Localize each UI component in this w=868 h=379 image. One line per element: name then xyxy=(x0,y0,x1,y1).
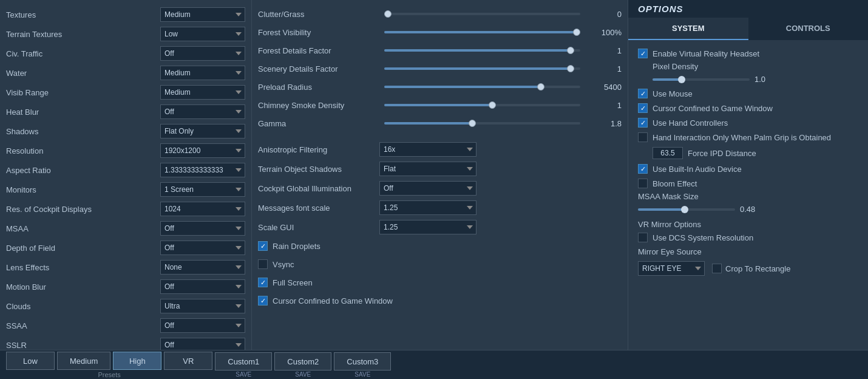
checkbox-0[interactable]: ✓ xyxy=(258,241,268,251)
setting-select-17[interactable]: Off xyxy=(160,338,245,350)
setting-select-6[interactable]: Flat Only xyxy=(160,124,245,138)
checkbox-row-0: ✓Rain Droplets xyxy=(258,237,622,255)
msaa-mask-size-label: MSAA Mask Size xyxy=(638,192,699,201)
custom2-button[interactable]: Custom2 xyxy=(274,352,331,370)
checkbox-1[interactable] xyxy=(258,259,268,269)
mirror-eye-select[interactable]: RIGHT EYE xyxy=(638,261,705,276)
use-mouse-checkbox[interactable]: ✓ xyxy=(638,89,648,98)
setting-row-0: TexturesMedium xyxy=(0,5,251,24)
slider-track-5[interactable] xyxy=(384,103,580,108)
crop-to-rectangle-checkbox[interactable] xyxy=(712,264,722,273)
slider-track-3[interactable] xyxy=(384,66,580,71)
use-dcs-resolution-row: Use DCS System Resolution xyxy=(638,230,858,245)
ipd-input[interactable] xyxy=(653,147,683,159)
dropdown-select-2[interactable]: Off xyxy=(379,181,476,196)
setting-select-3[interactable]: Medium xyxy=(160,66,245,80)
mirror-eye-row: Mirror Eye Source xyxy=(638,245,858,259)
setting-label-11: MSAA xyxy=(6,224,160,233)
setting-row-6: ShadowsFlat Only xyxy=(0,121,251,141)
setting-select-12[interactable]: Off xyxy=(160,241,245,255)
preset-low-button[interactable]: Low xyxy=(6,352,55,370)
left-panel: TexturesMediumTerrain TexturesLowCiv. Tr… xyxy=(0,0,252,350)
setting-label-14: Motion Blur xyxy=(6,282,160,292)
enable-vr-checkbox[interactable]: ✓ xyxy=(638,49,648,58)
dropdown-row-0: Anisotropic Filtering16x xyxy=(258,140,622,159)
use-builtin-audio-checkbox[interactable]: ✓ xyxy=(638,164,648,174)
setting-select-9[interactable]: 1 Screen xyxy=(160,182,245,197)
tabs-row: SYSTEM CONTROLS xyxy=(628,18,868,40)
setting-select-14[interactable]: Off xyxy=(160,279,245,294)
use-mouse-row: ✓ Use Mouse xyxy=(638,86,858,101)
custom1-save-label: SAVE xyxy=(236,371,251,378)
dropdown-select-0[interactable]: 16x xyxy=(379,142,476,157)
slider-row-5: Chimney Smoke Density1 xyxy=(258,96,622,114)
setting-select-13[interactable]: None xyxy=(160,260,245,275)
slider-label-2: Forest Details Factor xyxy=(258,46,379,55)
options-header: OPTIONS xyxy=(628,0,868,18)
setting-select-1[interactable]: Low xyxy=(160,27,245,41)
setting-label-9: Monitors xyxy=(6,185,160,194)
use-builtin-audio-check: ✓ xyxy=(640,165,646,173)
slider-track-6[interactable] xyxy=(384,121,580,126)
slider-track-4[interactable] xyxy=(384,84,580,89)
cursor-confined-checkbox[interactable]: ✓ xyxy=(638,103,648,113)
setting-select-0[interactable]: Medium xyxy=(160,7,245,22)
setting-select-16[interactable]: Off xyxy=(160,318,245,333)
setting-select-10[interactable]: 1024 xyxy=(160,202,245,216)
setting-select-15[interactable]: Ultra xyxy=(160,299,245,313)
slider-row-4: Preload Radius5400 xyxy=(258,78,622,96)
vr-mirror-options-label: VR Mirror Options xyxy=(638,220,701,229)
setting-select-7[interactable]: 1920x1200 xyxy=(160,143,245,158)
pixel-density-track[interactable] xyxy=(653,78,750,81)
slider-value-4: 5400 xyxy=(585,83,622,92)
setting-select-2[interactable]: Off xyxy=(160,46,245,61)
setting-select-8[interactable]: 1.3333333333333 xyxy=(160,163,245,177)
checkbox-3[interactable]: ✓ xyxy=(258,296,268,306)
custom1-button[interactable]: Custom1 xyxy=(215,352,272,370)
enable-vr-label: Enable Virtual Reality Headset xyxy=(653,49,759,58)
hand-interaction-label: Hand Interaction Only When Palm Grip is … xyxy=(653,133,831,142)
preset-vr-button[interactable]: VR xyxy=(164,352,212,370)
setting-select-11[interactable]: Off xyxy=(160,221,245,236)
middle-panel: Clutter/Grass0Forest Visibility100%Fores… xyxy=(252,0,628,350)
setting-label-12: Depth of Field xyxy=(6,244,160,253)
slider-track-0[interactable] xyxy=(384,12,580,16)
dropdown-select-3[interactable]: 1.25 xyxy=(379,200,476,215)
crop-to-rectangle-label: Crop To Rectangle xyxy=(725,264,790,273)
dropdown-label-0: Anisotropic Filtering xyxy=(258,145,379,154)
setting-row-15: CloudsUltra xyxy=(0,296,251,316)
checkbox-check-0: ✓ xyxy=(260,242,266,250)
setting-select-4[interactable]: Medium xyxy=(160,85,245,100)
slider-row-6: Gamma1.8 xyxy=(258,114,622,132)
use-dcs-resolution-checkbox[interactable] xyxy=(638,233,648,242)
dropdown-row-1: Terrain Object ShadowsFlat xyxy=(258,159,622,179)
right-panel: OPTIONS SYSTEM CONTROLS ✓ Enable Virtual… xyxy=(628,0,868,350)
setting-label-1: Terrain Textures xyxy=(6,30,160,39)
checkbox-2[interactable]: ✓ xyxy=(258,278,268,287)
slider-track-2[interactable] xyxy=(384,48,580,53)
custom3-button[interactable]: Custom3 xyxy=(334,352,391,370)
use-hand-controllers-checkbox[interactable]: ✓ xyxy=(638,118,648,128)
setting-label-7: Resolution xyxy=(6,146,160,155)
pixel-density-thumb xyxy=(678,76,685,83)
setting-select-5[interactable]: Off xyxy=(160,104,245,119)
bloom-effect-checkbox[interactable] xyxy=(638,179,648,188)
tab-controls[interactable]: CONTROLS xyxy=(748,18,869,40)
tab-system[interactable]: SYSTEM xyxy=(628,18,748,40)
setting-row-7: Resolution1920x1200 xyxy=(0,141,251,160)
use-hand-controllers-check: ✓ xyxy=(640,119,646,127)
use-builtin-audio-label: Use Built-In Audio Device xyxy=(653,165,742,174)
setting-label-15: Clouds xyxy=(6,302,160,311)
dropdown-select-1[interactable]: Flat xyxy=(379,162,476,176)
hand-interaction-checkbox[interactable] xyxy=(638,132,648,142)
preset-medium-button[interactable]: Medium xyxy=(57,352,110,370)
slider-track-1[interactable] xyxy=(384,30,580,35)
slider-label-0: Clutter/Grass xyxy=(258,10,379,19)
dropdown-row-2: Cockpit Global IlluminationOff xyxy=(258,179,622,198)
setting-row-14: Motion BlurOff xyxy=(0,277,251,296)
msaa-mask-track[interactable] xyxy=(638,208,735,211)
preset-high-button[interactable]: High xyxy=(113,352,161,370)
cursor-confined-row: ✓ Cursor Confined to Game Window xyxy=(638,101,858,115)
dropdown-select-4[interactable]: 1.25 xyxy=(379,220,476,234)
setting-row-1: Terrain TexturesLow xyxy=(0,24,251,44)
